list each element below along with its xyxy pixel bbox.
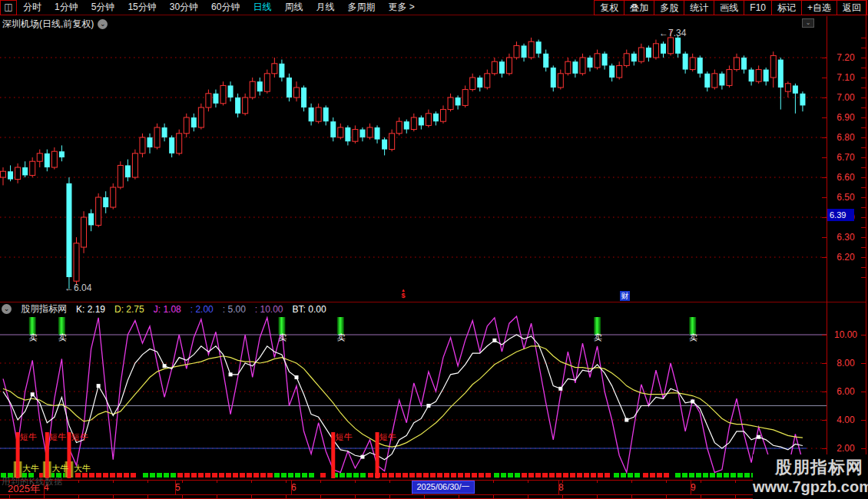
k-line-marker: [624, 418, 628, 422]
indicator-value-: : 5.00: [223, 304, 246, 315]
period-tab-月线[interactable]: 月线: [316, 1, 334, 14]
action-button-叠加[interactable]: 叠加: [624, 0, 654, 15]
k-line-marker: [360, 455, 364, 459]
short-bull-signal-bar: [376, 432, 379, 478]
period-tabs: 分时1分钟5分钟15分钟30分钟60分钟日线周线月线多周期更多 >: [23, 0, 415, 15]
month-divider: [691, 481, 691, 494]
dividend-event-marker[interactable]: ▲ $: [401, 289, 406, 299]
indicator-axis-label: 6.00: [830, 386, 862, 397]
sell-signal-label: 卖: [594, 332, 602, 342]
k-line-marker: [295, 375, 299, 379]
indicator-value-: : 10.00: [255, 304, 283, 315]
action-button-复权[interactable]: 复权: [594, 0, 624, 15]
k-line-marker: [558, 387, 562, 391]
background-watermark-text: 用到的K线数据: [2, 476, 63, 487]
price-axis-label: 6.20: [830, 252, 862, 263]
week-tick: [493, 481, 494, 483]
k-line-marker: [31, 392, 35, 396]
month-label-9: 9: [691, 482, 696, 493]
week-tick: [631, 481, 632, 483]
indicator-axis-label: 4.00: [830, 415, 862, 425]
kdj-line-K: [3, 335, 803, 460]
short-bull-signal-label: 短牛: [71, 432, 88, 441]
action-button-返回[interactable]: 返回: [837, 0, 867, 15]
collapse-indicator-icon[interactable]: ⌄: [2, 304, 12, 314]
month-divider: [175, 481, 176, 494]
period-tab-15分钟[interactable]: 15分钟: [128, 1, 156, 14]
period-tab-周线[interactable]: 周线: [284, 1, 303, 14]
period-tab-日线[interactable]: 日线: [253, 1, 271, 14]
indicator-values: K: 2.19D: 2.75J: 1.08: 2.00: 5.00: 10.00…: [76, 304, 326, 315]
action-button-画线[interactable]: 画线: [714, 0, 744, 15]
action-button-多股[interactable]: 多股: [654, 0, 684, 15]
week-tick: [701, 481, 701, 483]
indicator-axis-label: 2.00: [830, 443, 862, 454]
price-axis-label: 6.30: [830, 232, 862, 243]
top-toolbar: ◫ 分时1分钟5分钟15分钟30分钟60分钟日线周线月线多周期更多 > 复权叠加…: [0, 0, 868, 15]
split-pane-icon[interactable]: ◫: [0, 0, 17, 15]
week-tick: [562, 481, 563, 483]
big-bull-signal-label: 大牛: [51, 464, 68, 473]
short-bull-signal-label: 短牛: [20, 432, 37, 441]
week-tick: [320, 481, 321, 483]
candlestick-series: [1, 30, 806, 289]
price-axis-label: 6.50: [830, 192, 862, 203]
big-bull-signal-label: 大牛: [74, 464, 91, 473]
period-tab-分时[interactable]: 分时: [23, 1, 41, 14]
week-tick: [528, 481, 528, 483]
week-tick: [182, 481, 183, 483]
period-tab-更多 >[interactable]: 更多 >: [388, 1, 414, 14]
month-label-6: 6: [291, 482, 297, 493]
short-bull-signal-label: 短牛: [49, 432, 66, 441]
kdj-indicator-chart: 卖卖卖卖卖卖短牛短牛短牛短牛短牛大牛大牛大牛: [0, 315, 827, 480]
k-line-marker: [229, 372, 233, 376]
stock-app-window: ◫ 分时1分钟5分钟15分钟30分钟60分钟日线周线月线多周期更多 > 复权叠加…: [0, 0, 868, 499]
action-button-统计[interactable]: 统计: [684, 0, 714, 15]
price-axis-label: 7.10: [830, 72, 862, 83]
sell-signal-label: 卖: [278, 332, 287, 342]
toolbar-actions: 复权叠加多股统计画线F10标记+自选返回: [595, 0, 867, 15]
period-tab-1分钟[interactable]: 1分钟: [55, 1, 78, 14]
month-label-8: 8: [558, 482, 564, 493]
date-row-bottom-border: [0, 494, 827, 495]
action-button-+自选[interactable]: +自选: [801, 0, 837, 15]
k-line-marker: [97, 384, 101, 388]
month-divider: [558, 481, 559, 494]
period-tab-多周期[interactable]: 多周期: [347, 1, 375, 14]
period-tab-5分钟[interactable]: 5分钟: [91, 1, 115, 14]
short-bull-signal-label: 短牛: [336, 432, 353, 441]
week-tick: [78, 481, 79, 483]
last-price-badge: 6.39: [827, 209, 854, 221]
period-tab-30分钟[interactable]: 30分钟: [170, 1, 198, 14]
site-watermark: 股朋指标网 www.7gpzb.com: [753, 454, 868, 499]
short-bull-signal-label: 短牛: [379, 432, 396, 441]
price-axis-label: 6.70: [830, 152, 862, 163]
week-tick: [355, 481, 356, 483]
selected-date-badge: 2025/06/30/一: [412, 481, 475, 494]
kdj-line-D: [3, 346, 803, 447]
short-bull-signal-bar: [45, 432, 49, 478]
sell-signal-label: 卖: [689, 332, 697, 342]
week-tick: [666, 481, 667, 483]
axis-border-line: [827, 16, 827, 454]
price-axis-label: 7.20: [830, 52, 862, 63]
k-line-marker: [757, 435, 760, 439]
big-bull-signal-label: 大牛: [22, 464, 39, 473]
low-price-annotation: ←6.04: [65, 283, 91, 293]
action-button-标记[interactable]: 标记: [771, 0, 802, 15]
indicator-header: ⌄ 股朋指标网 K: 2.19D: 2.75J: 1.08: 2.00: 5.0…: [2, 303, 326, 315]
price-axis-label: 6.60: [830, 172, 862, 183]
watermark-site-name: 股朋指标网: [753, 458, 863, 478]
indicator-value-J: J: 1.08: [154, 304, 181, 315]
indicator-value-K: K: 2.19: [76, 304, 105, 315]
indicator-value-D: D: 2.75: [114, 304, 144, 315]
week-tick: [286, 481, 287, 483]
sell-signal-label: 卖: [337, 332, 346, 342]
short-bull-signal-bar: [331, 432, 335, 478]
week-tick: [389, 481, 390, 483]
action-button-F10[interactable]: F10: [744, 0, 772, 15]
month-divider: [291, 481, 292, 494]
k-line-marker: [691, 399, 694, 403]
report-event-marker[interactable]: 财: [620, 291, 630, 301]
period-tab-60分钟[interactable]: 60分钟: [211, 1, 240, 14]
